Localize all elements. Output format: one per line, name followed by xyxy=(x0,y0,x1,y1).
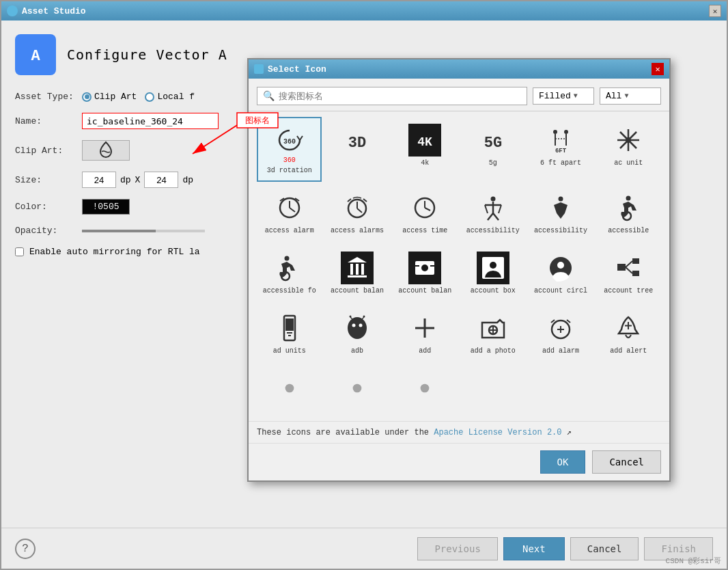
icon-cell-accessibility2[interactable]: accessibility xyxy=(528,185,593,242)
partial2-icon xyxy=(342,381,372,395)
previous-button[interactable]: Previous xyxy=(417,537,497,560)
filter-filled-arrow-icon: ▼ xyxy=(574,92,578,100)
local-file-radio-btn[interactable] xyxy=(145,92,154,102)
svg-rect-45 xyxy=(350,264,353,275)
filter-all-value: All xyxy=(606,91,621,101)
svg-line-30 xyxy=(425,208,430,211)
icon-account-tree-label: account tree xyxy=(604,287,653,295)
icon-cell-4k[interactable]: 4K 4k xyxy=(393,117,458,182)
local-file-radio[interactable]: Local f xyxy=(145,92,195,102)
icon-account-circle-glyph xyxy=(544,252,577,284)
svg-rect-52 xyxy=(415,265,419,267)
360-icon: 360 xyxy=(275,125,305,155)
icon-cell-partial1[interactable] xyxy=(257,365,322,411)
help-button[interactable]: ? xyxy=(15,539,36,559)
icon-cell-add-alert[interactable]: add alert xyxy=(596,305,661,362)
svg-line-20 xyxy=(290,208,295,212)
clip-art-preview-icon xyxy=(95,139,117,161)
rtl-checkbox-row: Enable auto mirroring for RTL la xyxy=(15,247,240,257)
icon-cell-account-tree[interactable]: account tree xyxy=(596,245,661,302)
svg-text:5G: 5G xyxy=(484,135,501,152)
clip-art-button[interactable] xyxy=(82,140,130,161)
size-width-input[interactable] xyxy=(82,172,116,188)
icon-cell-access-time[interactable]: access time xyxy=(393,185,458,242)
icon-cell-add-a-photo[interactable]: add a photo xyxy=(460,305,525,362)
title-bar: Asset Studio ✕ xyxy=(1,1,727,21)
icon-cell-account-balance2[interactable]: account balan xyxy=(393,245,458,302)
color-box[interactable]: !0505 xyxy=(82,199,130,215)
add-alarm-icon xyxy=(546,313,576,343)
icon-cell-6ft[interactable]: 6FT 6 ft apart xyxy=(528,117,593,182)
icon-cell-account-balance[interactable]: account balan xyxy=(324,245,389,302)
icon-account-box-glyph xyxy=(477,252,509,284)
icon-grid-container[interactable]: 360 360 3d rotation 3D xyxy=(249,111,669,421)
ok-button[interactable]: OK xyxy=(540,450,586,474)
icon-cell-add-alarm[interactable]: add alarm xyxy=(528,305,593,362)
modal-actions: OK Cancel xyxy=(249,443,669,480)
icon-cell-partial2[interactable] xyxy=(324,365,389,411)
access-time-icon xyxy=(410,193,440,223)
icon-accessible-label: accessible xyxy=(608,227,649,235)
asset-type-row: Asset Type: Clip Art Local f xyxy=(15,92,240,102)
icon-cell-accessibility[interactable]: accessibility xyxy=(460,185,525,242)
icon-cell-partial3[interactable] xyxy=(393,365,458,411)
opacity-slider[interactable] xyxy=(82,230,205,232)
icon-add-alert-label: add alert xyxy=(610,347,647,355)
local-file-label: Local f xyxy=(157,92,195,102)
accessibility2-icon xyxy=(546,193,576,223)
icon-cell-5g[interactable]: 5G 5g xyxy=(460,117,525,182)
icon-accessible-forward-label: accessible fo xyxy=(263,287,316,295)
icon-cell-accessible[interactable]: accessible xyxy=(596,185,661,242)
filter-all-dropdown[interactable]: All ▼ xyxy=(600,87,661,105)
clip-art-label: Clip Art xyxy=(94,92,137,102)
svg-line-35 xyxy=(493,213,499,220)
icon-5g-label: 5g xyxy=(489,159,497,167)
rtl-checkbox[interactable] xyxy=(15,247,24,256)
icon-cell-access-alarm[interactable]: access alarm xyxy=(257,185,322,242)
svg-line-62 xyxy=(626,261,632,267)
svg-point-85 xyxy=(285,384,294,393)
cancel-button[interactable]: Cancel xyxy=(570,537,639,560)
clip-art-radio-btn[interactable] xyxy=(82,92,92,102)
modal-close-button[interactable]: ✕ xyxy=(652,63,664,75)
access-alarms-icon xyxy=(342,193,372,223)
svg-rect-61 xyxy=(632,271,639,276)
icon-cell-ad-units[interactable]: ad units xyxy=(257,305,322,362)
select-icon-modal: Select Icon ✕ 🔍 Filled ▼ All ▼ xyxy=(247,58,671,482)
icon-5g-glyph: 5G xyxy=(477,124,509,157)
color-row: Color: !0505 xyxy=(15,199,240,215)
icon-add-a-photo-glyph xyxy=(477,312,509,344)
modal-title: Select Icon xyxy=(268,64,326,74)
icon-grid: 360 360 3d rotation 3D xyxy=(257,117,661,411)
svg-line-81 xyxy=(551,320,555,323)
svg-line-63 xyxy=(626,267,632,273)
next-button[interactable]: Next xyxy=(503,537,565,560)
name-input[interactable] xyxy=(82,113,219,129)
ac-unit-icon xyxy=(613,125,643,155)
license-link[interactable]: Apache License Version 2.0 xyxy=(434,428,561,437)
account-box-icon xyxy=(478,253,508,283)
search-input[interactable] xyxy=(279,91,521,101)
modal-cancel-button[interactable]: Cancel xyxy=(592,450,661,474)
icon-cell-account-box[interactable]: account box xyxy=(460,245,525,302)
svg-rect-46 xyxy=(356,264,359,275)
icon-cell-add[interactable]: add xyxy=(393,305,458,362)
add-icon xyxy=(410,313,440,343)
size-height-input[interactable] xyxy=(144,172,178,188)
svg-point-7 xyxy=(553,130,557,134)
icon-cell-360[interactable]: 360 360 3d rotation xyxy=(257,117,322,182)
icon-cell-adb[interactable]: adb xyxy=(324,305,389,362)
icon-cell-3d[interactable]: 3D xyxy=(324,117,389,182)
svg-text:3D: 3D xyxy=(348,135,366,152)
icon-cell-account-circle[interactable]: account circl xyxy=(528,245,593,302)
3d-icon: 3D xyxy=(342,125,372,155)
window-close-button[interactable]: ✕ xyxy=(709,5,721,17)
clip-art-radio[interactable]: Clip Art xyxy=(82,92,137,102)
filter-filled-dropdown[interactable]: Filled ▼ xyxy=(533,87,594,105)
icon-cell-access-alarms[interactable]: access alarms xyxy=(324,185,389,242)
account-balance-icon xyxy=(342,253,372,283)
adb-icon xyxy=(342,313,372,343)
icon-cell-ac-unit[interactable]: ac unit xyxy=(596,117,661,182)
icon-cell-accessible-forward[interactable]: accessible fo xyxy=(257,245,322,302)
accessible-forward-icon xyxy=(275,253,305,283)
